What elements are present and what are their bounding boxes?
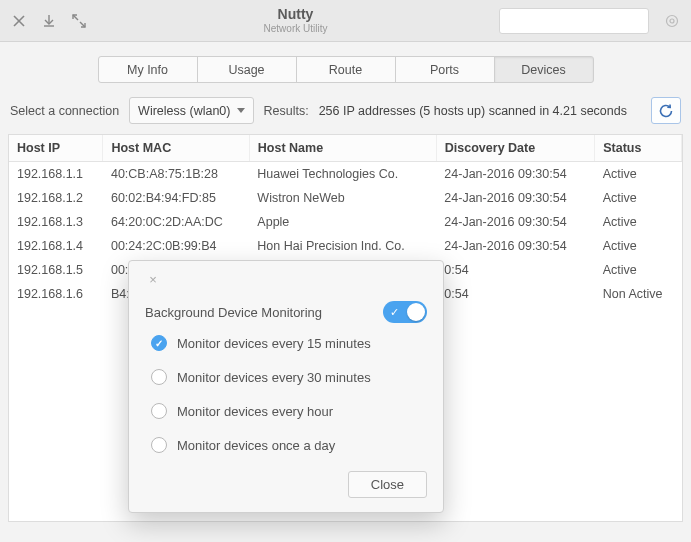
monitoring-label: Background Device Monitoring: [145, 305, 322, 320]
cell-status: Active: [595, 234, 682, 258]
titlebar: Nutty Network Utility: [0, 0, 691, 42]
cell-date: 0:54: [436, 258, 594, 282]
radio-label: Monitor devices every 30 minutes: [177, 370, 371, 385]
cell-status: Non Active: [595, 282, 682, 306]
connection-selected: Wireless (wlan0): [138, 104, 230, 118]
column-header[interactable]: Host MAC: [103, 135, 249, 162]
fullscreen-icon[interactable]: [66, 8, 92, 34]
chevron-down-icon: [237, 108, 245, 113]
tabs: My InfoUsageRoutePortsDevices: [8, 56, 683, 83]
monitor-option[interactable]: Monitor devices every 15 minutes: [151, 335, 427, 351]
column-header[interactable]: Status: [595, 135, 682, 162]
cell-date: 24-Jan-2016 09:30:54: [436, 186, 594, 210]
refresh-button[interactable]: [651, 97, 681, 124]
radio-label: Monitor devices every hour: [177, 404, 333, 419]
cell-ip: 192.168.1.1: [9, 162, 103, 187]
cell-date: 24-Jan-2016 09:30:54: [436, 234, 594, 258]
connection-dropdown[interactable]: Wireless (wlan0): [129, 97, 253, 124]
tab-route[interactable]: Route: [296, 56, 396, 83]
cell-ip: 192.168.1.4: [9, 234, 103, 258]
table-row[interactable]: 192.168.1.400:24:2C:0B:99:B4Hon Hai Prec…: [9, 234, 682, 258]
cell-status: Active: [595, 258, 682, 282]
search-input[interactable]: [499, 8, 649, 34]
close-button[interactable]: Close: [348, 471, 427, 498]
refresh-icon: [658, 103, 674, 119]
cell-date: 24-Jan-2016 09:30:54: [436, 162, 594, 187]
toggle-knob: [407, 303, 425, 321]
cell-ip: 192.168.1.6: [9, 282, 103, 306]
app-subtitle: Network Utility: [96, 23, 495, 34]
cell-name: Apple: [249, 210, 436, 234]
connection-label: Select a connection: [10, 104, 119, 118]
column-header[interactable]: Host Name: [249, 135, 436, 162]
cell-mac: 60:02:B4:94:FD:85: [103, 186, 249, 210]
table-row[interactable]: 192.168.1.260:02:B4:94:FD:85Wistron NeWe…: [9, 186, 682, 210]
cell-name: Wistron NeWeb: [249, 186, 436, 210]
svg-line-5: [80, 22, 85, 27]
cell-date: 24-Jan-2016 09:30:54: [436, 210, 594, 234]
radio-button[interactable]: [151, 369, 167, 385]
cell-mac: 64:20:0C:2D:AA:DC: [103, 210, 249, 234]
cell-status: Active: [595, 162, 682, 187]
check-icon: ✓: [390, 306, 399, 319]
svg-line-4: [73, 15, 78, 20]
tab-my-info[interactable]: My Info: [98, 56, 198, 83]
cell-ip: 192.168.1.3: [9, 210, 103, 234]
radio-button[interactable]: [151, 403, 167, 419]
column-header[interactable]: Host IP: [9, 135, 103, 162]
cell-status: Active: [595, 210, 682, 234]
svg-point-9: [667, 15, 678, 26]
radio-label: Monitor devices every 15 minutes: [177, 336, 371, 351]
cell-mac: 00:24:2C:0B:99:B4: [103, 234, 249, 258]
cell-status: Active: [595, 186, 682, 210]
monitor-option[interactable]: Monitor devices every hour: [151, 403, 427, 419]
cell-mac: 40:CB:A8:75:1B:28: [103, 162, 249, 187]
close-window-button[interactable]: [6, 8, 32, 34]
table-row[interactable]: 192.168.1.140:CB:A8:75:1B:28Huawei Techn…: [9, 162, 682, 187]
results-text: 256 IP addresses (5 hosts up) scanned in…: [319, 104, 627, 118]
cell-ip: 192.168.1.2: [9, 186, 103, 210]
settings-icon[interactable]: [659, 8, 685, 34]
radio-label: Monitor devices once a day: [177, 438, 335, 453]
cell-name: Hon Hai Precision Ind. Co.: [249, 234, 436, 258]
radio-button[interactable]: [151, 335, 167, 351]
monitoring-dialog: × Background Device Monitoring ✓ Monitor…: [128, 260, 444, 513]
download-icon[interactable]: [36, 8, 62, 34]
cell-ip: 192.168.1.5: [9, 258, 103, 282]
monitor-option[interactable]: Monitor devices once a day: [151, 437, 427, 453]
svg-point-8: [670, 19, 674, 23]
tab-usage[interactable]: Usage: [197, 56, 297, 83]
cell-date: 0:54: [436, 282, 594, 306]
cell-name: Huawei Technologies Co.: [249, 162, 436, 187]
tab-ports[interactable]: Ports: [395, 56, 495, 83]
monitoring-toggle[interactable]: ✓: [383, 301, 427, 323]
table-row[interactable]: 192.168.1.364:20:0C:2D:AA:DCApple24-Jan-…: [9, 210, 682, 234]
app-title: Nutty: [96, 7, 495, 22]
search-field[interactable]: [512, 14, 662, 28]
monitor-option[interactable]: Monitor devices every 30 minutes: [151, 369, 427, 385]
column-header[interactable]: Discovery Date: [436, 135, 594, 162]
radio-button[interactable]: [151, 437, 167, 453]
tab-devices[interactable]: Devices: [494, 56, 594, 83]
results-label: Results:: [264, 104, 309, 118]
dialog-close-icon[interactable]: ×: [145, 271, 161, 287]
